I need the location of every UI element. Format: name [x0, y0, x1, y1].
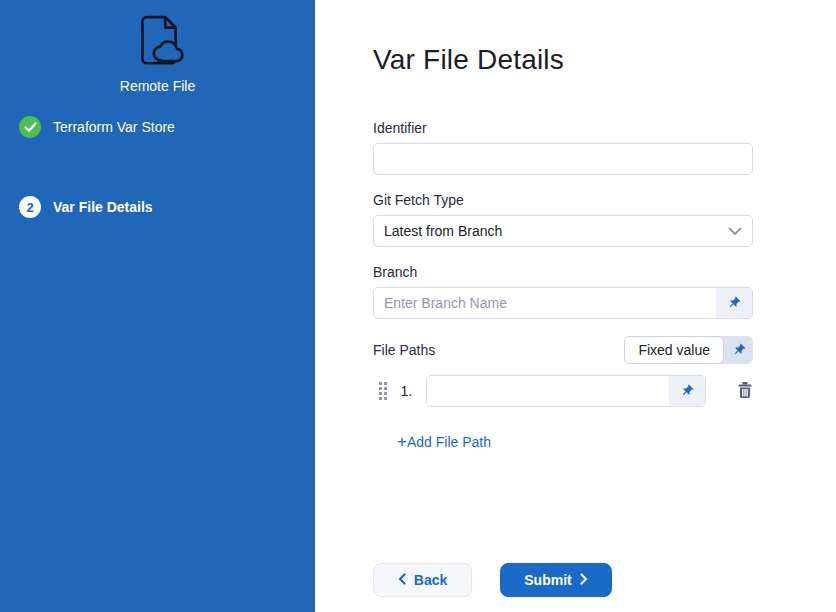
chevron-right-icon	[580, 572, 588, 588]
add-file-path-label: Add File Path	[407, 434, 491, 450]
sidebar-step-var-file-details[interactable]: 2 Var File Details	[0, 196, 315, 218]
sidebar-step-terraform-var-store[interactable]: Terraform Var Store	[0, 116, 315, 138]
var-file-form: Identifier Git Fetch Type Latest from Br…	[373, 120, 753, 597]
file-path-row: 1.	[379, 375, 753, 407]
step-label: Var File Details	[53, 199, 153, 215]
store-header: Remote File	[0, 0, 315, 94]
file-paths-type-selector: Fixed value	[624, 336, 753, 364]
check-icon	[19, 116, 41, 138]
identifier-field-group: Identifier	[373, 120, 753, 175]
chevron-down-icon	[728, 223, 742, 239]
git-fetch-type-select[interactable]: Latest from Branch	[373, 215, 753, 247]
fixed-value-button[interactable]: Fixed value	[624, 336, 724, 364]
submit-button[interactable]: Submit	[500, 563, 612, 597]
var-file-details-panel: Var File Details Identifier Git Fetch Ty…	[315, 0, 836, 612]
drag-handle-icon[interactable]	[379, 382, 387, 400]
branch-input-group	[373, 287, 753, 319]
wizard-steps: Terraform Var Store 2 Var File Details	[0, 116, 315, 218]
git-fetch-type-field-group: Git Fetch Type Latest from Branch	[373, 192, 753, 247]
delete-row-button[interactable]	[737, 381, 753, 402]
store-label: Remote File	[120, 78, 195, 94]
add-file-path-button[interactable]: +Add File Path	[397, 434, 491, 450]
remote-file-icon	[131, 12, 185, 74]
row-index: 1.	[401, 383, 413, 399]
step-number-badge: 2	[19, 196, 41, 218]
wizard-window: Remote File Terraform Var Store 2 Var Fi…	[0, 0, 836, 612]
plus-icon: +	[397, 435, 407, 449]
trash-icon	[737, 381, 753, 402]
back-button[interactable]: Back	[373, 563, 472, 597]
git-fetch-type-value: Latest from Branch	[384, 223, 502, 239]
pin-icon[interactable]	[716, 288, 752, 318]
branch-field-group: Branch	[373, 264, 753, 319]
page-title: Var File Details	[373, 44, 836, 76]
git-fetch-type-label: Git Fetch Type	[373, 192, 753, 208]
pin-icon[interactable]	[669, 376, 705, 406]
footer-buttons: Back Submit	[373, 563, 753, 597]
chevron-left-icon	[398, 572, 406, 588]
wizard-sidebar: Remote File Terraform Var Store 2 Var Fi…	[0, 0, 315, 612]
file-path-input-group	[426, 375, 706, 407]
file-path-input[interactable]	[427, 376, 669, 406]
branch-input[interactable]	[374, 288, 716, 318]
step-label: Terraform Var Store	[53, 119, 175, 135]
back-button-label: Back	[414, 572, 447, 588]
pin-icon[interactable]	[724, 336, 753, 364]
file-paths-label: File Paths	[373, 342, 435, 358]
file-paths-header: File Paths Fixed value	[373, 336, 753, 364]
branch-label: Branch	[373, 264, 753, 280]
submit-button-label: Submit	[524, 572, 571, 588]
identifier-input[interactable]	[373, 143, 753, 175]
identifier-label: Identifier	[373, 120, 753, 136]
